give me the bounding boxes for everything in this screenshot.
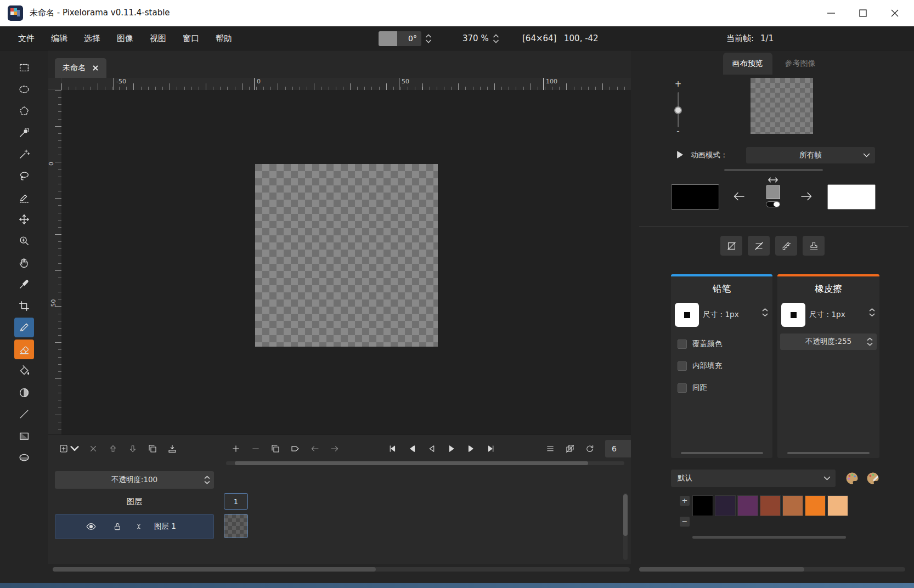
move-layer-up-button[interactable] (103, 440, 123, 457)
vertical-ruler[interactable]: 0 50 (48, 90, 61, 434)
timeline-scrollbar-handle[interactable] (235, 461, 588, 465)
clone-layer-button[interactable] (143, 440, 162, 457)
rotation-input[interactable]: 0° (379, 31, 421, 46)
first-frame-button[interactable] (382, 440, 402, 457)
layer-row[interactable]: 图层 1 (55, 514, 214, 539)
right-color-swatch[interactable] (827, 184, 876, 210)
layer-linked-cels-button[interactable] (133, 522, 144, 532)
remove-frame-button[interactable] (246, 440, 266, 457)
checkbox-icon[interactable] (678, 340, 687, 349)
pencil-size-spinner[interactable] (762, 308, 768, 316)
add-color-button[interactable]: + (680, 496, 690, 506)
tool-paint-select[interactable] (14, 188, 34, 207)
move-frame-left-button[interactable] (305, 440, 325, 457)
canvas-tab[interactable]: 未命名 (55, 58, 106, 78)
tab-reference-images[interactable]: 参考图像 (776, 53, 825, 75)
previous-frame-button[interactable] (402, 440, 422, 457)
merge-layer-button[interactable] (162, 440, 182, 457)
layers-scrollbar[interactable] (623, 493, 628, 560)
palette-swatch[interactable] (737, 495, 758, 516)
next-frame-button[interactable] (461, 440, 481, 457)
palette-swatch[interactable] (692, 495, 713, 516)
preview-zoom-out[interactable]: - (674, 126, 682, 136)
palette-dropdown[interactable]: 默认 (671, 470, 836, 487)
play-forward-button[interactable] (442, 440, 461, 457)
menu-image[interactable]: 图像 (109, 30, 142, 47)
frame-number-header[interactable]: 1 (224, 493, 248, 510)
current-color-square[interactable] (766, 185, 780, 199)
palette-swatch[interactable] (782, 495, 803, 516)
left-color-arrow-button[interactable] (731, 189, 747, 204)
minimize-button[interactable] (815, 0, 847, 26)
remove-color-button[interactable]: − (680, 517, 690, 527)
add-frame-button[interactable] (226, 440, 246, 457)
menu-window[interactable]: 窗口 (174, 30, 207, 47)
frame-cel-thumbnail[interactable] (224, 514, 248, 538)
pixel-perfect-button[interactable] (775, 236, 797, 256)
preview-zoom-in[interactable]: + (674, 79, 682, 89)
play-backwards-button[interactable] (422, 440, 442, 457)
canvas-sprite[interactable] (255, 164, 438, 347)
tool-zoom[interactable] (14, 231, 34, 251)
move-frame-right-button[interactable] (325, 440, 345, 457)
add-layer-button[interactable] (55, 440, 83, 457)
tool-lasso[interactable] (14, 166, 34, 186)
layer-opacity-spinner[interactable] (204, 476, 210, 484)
tool-line[interactable] (14, 404, 34, 424)
rotation-spinner[interactable] (425, 34, 432, 43)
clone-frame-button[interactable] (266, 440, 285, 457)
onion-skinning-button[interactable] (560, 440, 580, 457)
scrollbar-handle[interactable] (639, 567, 804, 572)
zoom-spinner[interactable] (493, 34, 499, 43)
tool-move[interactable] (14, 210, 34, 229)
color-toggle[interactable] (766, 201, 780, 207)
new-palette-button[interactable] (864, 470, 882, 487)
tab-close-icon[interactable] (92, 65, 99, 71)
eraser-opacity-spinner[interactable] (867, 338, 873, 346)
fps-input[interactable]: 6 (605, 440, 631, 457)
last-frame-button[interactable] (481, 440, 501, 457)
frame-tag-button[interactable] (285, 440, 305, 457)
edit-palette-button[interactable] (843, 470, 861, 487)
timeline-scrollbar[interactable] (226, 461, 624, 465)
eraser-brush-button[interactable] (781, 303, 805, 327)
tool-rectangle-select[interactable] (14, 58, 34, 77)
loop-mode-button[interactable] (580, 440, 600, 457)
menu-select[interactable]: 选择 (76, 30, 109, 47)
palette-swatch[interactable] (827, 495, 848, 516)
swap-colors-icon[interactable] (767, 177, 779, 183)
layer-visibility-button[interactable] (86, 521, 97, 532)
checkbox-icon[interactable] (678, 383, 687, 393)
menu-help[interactable]: 帮助 (207, 30, 240, 47)
tool-color-picker[interactable] (14, 274, 34, 294)
tool-pan[interactable] (14, 253, 34, 273)
tool-ellipse-select[interactable] (14, 80, 34, 99)
eraser-panel-scrollbar[interactable] (787, 452, 870, 454)
close-button[interactable] (879, 0, 911, 26)
canvas-viewport[interactable] (61, 90, 631, 434)
preview-play-button[interactable] (674, 149, 685, 160)
tool-ellipse[interactable] (14, 448, 34, 467)
tool-rectangle[interactable] (14, 426, 34, 446)
eraser-size-spinner[interactable] (869, 308, 875, 316)
tool-eraser[interactable] (14, 340, 34, 359)
maximize-button[interactable] (847, 0, 879, 26)
menu-file[interactable]: 文件 (10, 30, 43, 47)
palette-swatch[interactable] (760, 495, 781, 516)
preview-zoom-handle[interactable] (674, 106, 682, 114)
menu-view[interactable]: 视图 (142, 30, 174, 47)
menu-edit[interactable]: 编辑 (43, 30, 76, 47)
move-layer-down-button[interactable] (123, 440, 143, 457)
tool-magic-wand[interactable] (14, 144, 34, 164)
layer-opacity-input[interactable]: 不透明度:100 (55, 471, 214, 489)
tool-polygon-select[interactable] (14, 101, 34, 121)
pencil-brush-button[interactable] (675, 303, 699, 327)
palette-swatch[interactable] (715, 495, 736, 516)
tool-pencil[interactable] (14, 318, 34, 337)
bottom-left-scrollbar[interactable] (53, 567, 630, 572)
palette-scrollbar[interactable] (692, 536, 846, 539)
horizontal-mirror-button[interactable] (720, 236, 742, 256)
checkbox-overwrite-color[interactable]: 覆盖颜色 (678, 339, 722, 349)
eraser-opacity-input[interactable]: 不透明度:255 (780, 333, 877, 350)
checkbox-fill-inside[interactable]: 内部填充 (678, 361, 722, 371)
